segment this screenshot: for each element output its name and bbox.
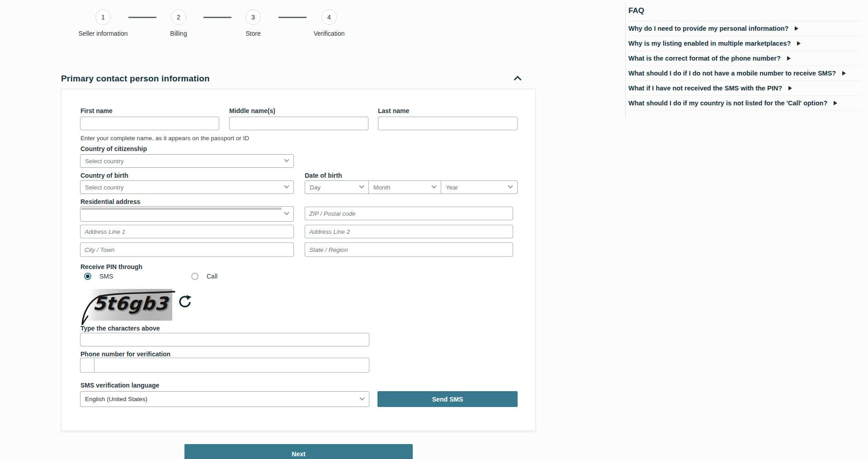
expand-arrow-icon xyxy=(787,56,791,61)
captcha-text: 5t6gb3 xyxy=(92,293,169,314)
select-scrollbar xyxy=(81,208,282,210)
page-title: Primary contact person information xyxy=(61,74,210,83)
dob-year-select[interactable]: Year xyxy=(441,180,518,194)
captcha-input-label: Type the characters above xyxy=(80,325,160,332)
chevron-down-icon xyxy=(359,183,364,188)
birth-country-label: Country of birth xyxy=(80,172,128,179)
chevron-down-icon xyxy=(508,183,513,188)
send-sms-button[interactable]: Send SMS xyxy=(377,391,518,407)
step-4-number: 4 xyxy=(327,14,331,21)
call-radio[interactable] xyxy=(191,273,198,280)
first-name-label: First name xyxy=(80,107,113,114)
dob-month-value: Month xyxy=(373,184,391,191)
step-2-label: Billing xyxy=(151,29,206,38)
birth-country-select-value: Select country xyxy=(85,184,124,191)
faq-item[interactable]: What should I do if I do not have a mobi… xyxy=(628,66,860,81)
step-2-number: 2 xyxy=(177,14,180,21)
sms-radio[interactable] xyxy=(84,273,91,280)
next-button[interactable]: Next xyxy=(184,444,413,459)
citizenship-select[interactable]: Select country xyxy=(80,154,294,168)
refresh-icon xyxy=(178,294,192,309)
step-connector xyxy=(128,17,156,18)
captcha-input-field[interactable] xyxy=(80,333,369,346)
phone-country-code-box[interactable] xyxy=(80,358,94,373)
city-town-field[interactable] xyxy=(80,242,294,257)
dob-day-value: Day xyxy=(310,184,321,191)
step-connector xyxy=(278,17,307,18)
chevron-down-icon xyxy=(284,183,289,188)
sms-radio-label: SMS xyxy=(99,273,113,280)
step-1-number: 1 xyxy=(101,14,105,21)
dob-label: Date of birth xyxy=(305,172,342,179)
faq-left-divider xyxy=(625,3,626,118)
section-heading-row: Primary contact person information xyxy=(61,74,536,85)
residential-address-label: Residential address xyxy=(80,198,140,205)
middle-name-label: Middle name(s) xyxy=(229,107,275,114)
step-connector xyxy=(203,17,231,18)
address-country-select[interactable] xyxy=(80,206,294,222)
chevron-down-icon xyxy=(359,395,364,400)
primary-contact-card: First name Middle name(s) Last name Ente… xyxy=(61,89,536,431)
citizenship-select-value: Select country xyxy=(85,158,124,165)
expand-arrow-icon xyxy=(842,71,846,76)
chevron-up-icon xyxy=(514,76,522,84)
step-2-circle[interactable]: 2 xyxy=(171,9,186,25)
expand-arrow-icon xyxy=(834,101,837,105)
faq-question: What should I do if my country is not li… xyxy=(628,99,827,107)
phone-number-field[interactable] xyxy=(94,358,369,373)
progress-stepper: 1 2 3 4 Seller information Billing Store… xyxy=(0,8,353,49)
captcha-image: 5t6gb3 xyxy=(80,289,172,321)
address-line2-field[interactable] xyxy=(305,225,513,238)
step-4-label: Verification xyxy=(302,29,356,38)
faq-question: Why do I need to provide my personal inf… xyxy=(628,25,788,32)
faq-question: What is the correct format of the phone … xyxy=(628,55,781,62)
last-name-label: Last name xyxy=(378,107,409,114)
sms-language-select[interactable]: English (United States) xyxy=(80,391,369,407)
birth-country-select[interactable]: Select country xyxy=(80,180,294,194)
dob-day-select[interactable]: Day xyxy=(305,180,369,194)
registration-page: 1 2 3 4 Seller information Billing Store… xyxy=(0,0,868,459)
expand-arrow-icon xyxy=(795,26,798,31)
last-name-field[interactable] xyxy=(378,117,518,130)
state-region-field[interactable] xyxy=(305,242,513,257)
middle-name-field[interactable] xyxy=(229,117,368,130)
step-1-label: Seller information xyxy=(76,29,130,38)
radio-dot xyxy=(86,274,90,278)
step-3-circle[interactable]: 3 xyxy=(245,9,261,25)
receive-pin-label: Receive PIN through xyxy=(80,263,142,270)
citizenship-label: Country of citizenship xyxy=(80,145,147,152)
faq-item[interactable]: Why do I need to provide my personal inf… xyxy=(628,21,860,36)
step-3-number: 3 xyxy=(251,14,255,21)
first-name-field[interactable] xyxy=(80,117,219,130)
collapse-section-button[interactable] xyxy=(513,75,523,83)
faq-item[interactable]: What if I have not received the SMS with… xyxy=(628,81,860,96)
chevron-down-icon xyxy=(284,210,289,215)
call-radio-label: Call xyxy=(207,273,217,280)
chevron-down-icon xyxy=(284,157,289,162)
sms-language-label: SMS verification language xyxy=(80,382,159,389)
step-3-label: Store xyxy=(226,29,280,38)
faq-question: What should I do if I do not have a mobi… xyxy=(628,70,836,77)
faq-item[interactable]: What is the correct format of the phone … xyxy=(628,51,860,66)
step-1-circle[interactable]: 1 xyxy=(95,9,111,25)
captcha-refresh-button[interactable] xyxy=(178,294,192,309)
step-4-circle[interactable]: 4 xyxy=(321,9,337,25)
dob-year-value: Year xyxy=(446,184,458,191)
name-helper-text: Enter your complete name, as it appears … xyxy=(80,135,249,142)
faq-title: FAQ xyxy=(628,5,860,21)
faq-item[interactable]: What should I do if my country is not li… xyxy=(628,96,860,111)
faq-question: Why is my listing enabled in multiple ma… xyxy=(628,40,791,47)
address-line1-field[interactable] xyxy=(80,225,294,238)
expand-arrow-icon xyxy=(797,41,801,46)
faq-question: What if I have not received the SMS with… xyxy=(628,85,782,92)
faq-panel: FAQ Why do I need to provide my personal… xyxy=(628,5,860,111)
chevron-down-icon xyxy=(431,183,436,188)
zip-postal-field[interactable] xyxy=(305,207,513,220)
faq-item[interactable]: Why is my listing enabled in multiple ma… xyxy=(628,36,860,51)
sms-language-value: English (United States) xyxy=(85,396,147,402)
dob-month-select[interactable]: Month xyxy=(368,180,441,194)
phone-label: Phone number for verification xyxy=(80,350,170,358)
expand-arrow-icon xyxy=(788,86,792,90)
